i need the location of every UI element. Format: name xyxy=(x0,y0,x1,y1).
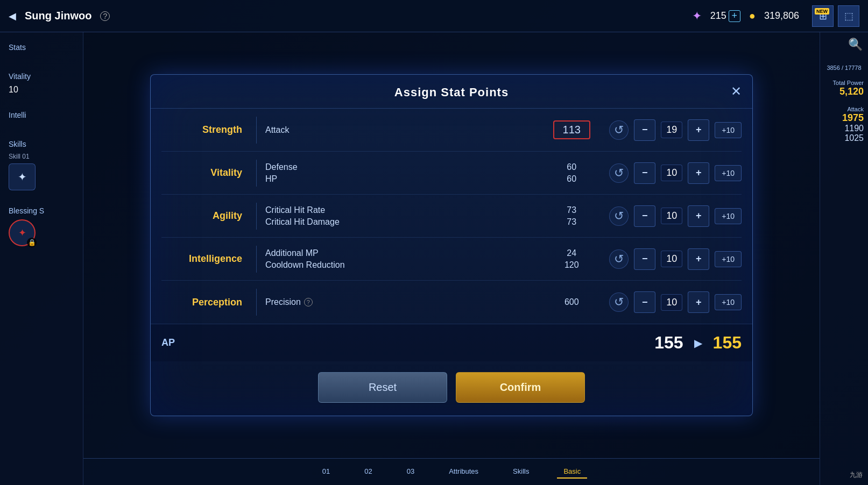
vitality-attributes: Defense HP xyxy=(265,162,545,184)
ap-current: 155 xyxy=(654,333,683,353)
new-badge: NEW xyxy=(815,8,829,15)
vitality-category: Vitality xyxy=(161,167,248,179)
intelligence-category: Intelligence xyxy=(161,253,248,265)
agility-minus-button[interactable]: − xyxy=(634,205,655,227)
back-button[interactable]: ◀ xyxy=(9,10,16,22)
menu-icons: NEW ⊞ ⬚ xyxy=(812,5,859,27)
hp-attr: HP xyxy=(265,174,545,184)
agility-plus10-button[interactable]: +10 xyxy=(715,208,742,224)
agility-attributes: Critical Hit Rate Critical Hit Damage xyxy=(265,205,545,227)
vitality-plus-button[interactable]: + xyxy=(688,162,709,184)
perception-plus-button[interactable]: + xyxy=(688,291,709,313)
perception-reset-button[interactable]: ↺ xyxy=(609,293,629,312)
modal-close-button[interactable]: ✕ xyxy=(731,85,742,98)
blessing-icon[interactable]: ✦ 🔒 xyxy=(9,219,36,246)
strength-controls: ↺ − 19 + +10 xyxy=(609,119,742,141)
agility-control-value: 10 xyxy=(661,208,682,224)
intelligence-reset-button[interactable]: ↺ xyxy=(609,249,629,269)
strength-minus-button[interactable]: − xyxy=(634,119,655,141)
perception-control-value: 10 xyxy=(661,294,682,311)
skills-label: Skills xyxy=(9,140,74,148)
crit-dmg-value: 73 xyxy=(567,217,576,227)
skill-icon[interactable]: ✦ xyxy=(9,163,36,190)
gold-count: 319,806 xyxy=(764,10,799,22)
ap-arrow-icon: ▶ xyxy=(694,337,702,350)
intelligence-plus10-button[interactable]: +10 xyxy=(715,251,742,267)
tab-01[interactable]: 01 xyxy=(316,465,336,479)
vitality-minus-button[interactable]: − xyxy=(634,162,655,184)
perception-minus-button[interactable]: − xyxy=(634,291,655,313)
perception-plus10-button[interactable]: +10 xyxy=(715,294,742,310)
strength-attributes: Attack xyxy=(265,125,545,135)
intelligence-minus-button[interactable]: − xyxy=(634,248,655,270)
intelligence-values: 24 120 xyxy=(545,248,598,270)
strength-category: Strength xyxy=(161,124,248,135)
total-power-label: Total Power xyxy=(824,80,864,86)
tab-02[interactable]: 02 xyxy=(358,465,378,479)
cooldown-value: 120 xyxy=(564,260,579,270)
help-button[interactable]: ? xyxy=(100,11,110,21)
modal-overlay: Assign Stat Points ✕ Strength Attack 113… xyxy=(83,32,820,458)
agility-plus-button[interactable]: + xyxy=(688,205,709,227)
agility-reset-button[interactable]: ↺ xyxy=(609,206,629,226)
jiuyou-logo: 九游 xyxy=(850,470,863,480)
strength-plus10-button[interactable]: +10 xyxy=(715,122,742,138)
ap-label: AP xyxy=(161,337,194,348)
gem-icon: ✦ xyxy=(692,9,702,23)
cooldown-attr: Cooldown Reduction xyxy=(265,260,545,270)
blessing-label: Blessing S xyxy=(9,206,74,215)
vitality-label: Vitality xyxy=(9,72,74,81)
intelligence-control-value: 10 xyxy=(661,251,682,267)
agility-controls: ↺ − 10 + +10 xyxy=(609,205,742,227)
intelligence-section: Intelli xyxy=(0,111,83,124)
gold-icon: ● xyxy=(749,10,756,22)
intelligence-attributes: Additional MP Cooldown Reduction xyxy=(265,248,545,270)
modal-header: Assign Stat Points ✕ xyxy=(151,75,752,109)
skills-section[interactable]: Skills Skill 01 ✦ xyxy=(0,140,83,190)
defense-value: 60 xyxy=(567,162,576,172)
menu-door-button[interactable]: ⬚ xyxy=(838,5,859,27)
vitality-reset-button[interactable]: ↺ xyxy=(609,163,629,183)
gem-add-button[interactable]: + xyxy=(729,10,740,22)
right-sidebar: 🔍 3856 / 17778 Total Power 5,120 Attack … xyxy=(820,32,868,485)
perception-row: Perception Precision ? 600 ↺ − 10 + +10 xyxy=(161,281,742,324)
strength-values: 113 xyxy=(545,120,598,139)
tab-skills[interactable]: Skills xyxy=(506,465,535,479)
strength-plus-button[interactable]: + xyxy=(688,119,709,141)
menu-grid-button[interactable]: NEW ⊞ xyxy=(812,5,834,27)
tab-03[interactable]: 03 xyxy=(400,465,421,479)
modal-footer: Reset Confirm xyxy=(151,361,752,416)
tab-basic[interactable]: Basic xyxy=(557,465,587,479)
vitality-plus10-button[interactable]: +10 xyxy=(715,165,742,181)
precision-help-button[interactable]: ? xyxy=(304,298,313,306)
strength-reset-button[interactable]: ↺ xyxy=(609,120,629,140)
stats-section: Stats xyxy=(0,43,83,56)
stat-rows: Strength Attack 113 ↺ − 19 + +10 Vita xyxy=(151,109,752,324)
perception-category: Perception xyxy=(161,297,248,308)
perception-controls: ↺ − 10 + +10 xyxy=(609,291,742,313)
search-icon[interactable]: 🔍 xyxy=(848,38,863,52)
precision-attr: Precision ? xyxy=(265,297,545,307)
blessing-section[interactable]: Blessing S ✦ 🔒 xyxy=(0,206,83,246)
mp-attr: Additional MP xyxy=(265,248,545,258)
stats-label: Stats xyxy=(9,43,74,52)
intelligence-plus-button[interactable]: + xyxy=(688,248,709,270)
mp-value: 24 xyxy=(567,248,576,258)
strength-row: Strength Attack 113 ↺ − 19 + +10 xyxy=(161,109,742,152)
crit-rate-attr: Critical Hit Rate xyxy=(265,205,545,215)
bottom-bar: 01 02 03 Attributes Skills Basic xyxy=(83,458,820,485)
intelligence-controls: ↺ − 10 + +10 xyxy=(609,248,742,270)
perception-attributes: Precision ? xyxy=(265,297,545,307)
strength-control-value: 19 xyxy=(661,122,682,138)
ap-after: 155 xyxy=(713,333,742,353)
back-icon: ◀ xyxy=(9,10,16,22)
gem-count: 215 + xyxy=(710,10,740,22)
agility-values: 73 73 xyxy=(545,205,598,227)
stat-val2: 1190 xyxy=(824,124,864,133)
reset-button[interactable]: Reset xyxy=(318,372,447,403)
confirm-button[interactable]: Confirm xyxy=(456,372,585,403)
tab-attributes[interactable]: Attributes xyxy=(442,465,485,479)
total-power-value: 5,120 xyxy=(824,86,864,97)
divider xyxy=(256,246,257,273)
vitality-control-value: 10 xyxy=(661,165,682,181)
